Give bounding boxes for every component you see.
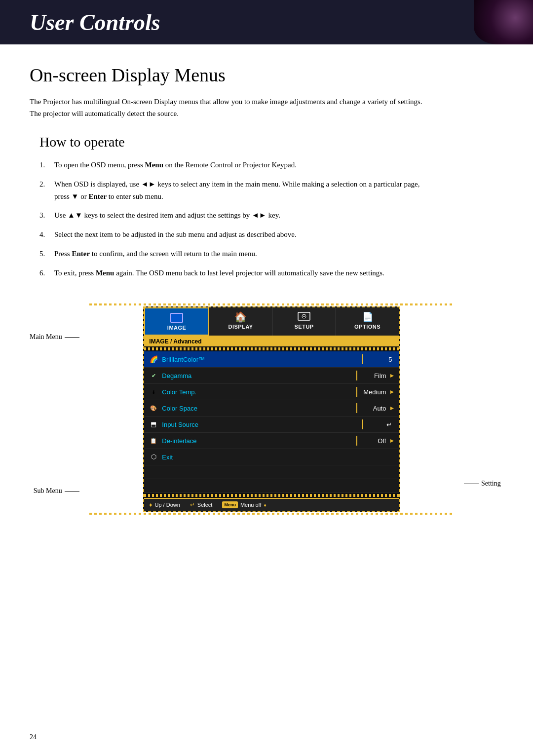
- osd-tab-bar: IMAGE 🏠 DISPLAY: [144, 307, 399, 337]
- options-tab-label: OPTIONS: [354, 324, 381, 330]
- osd-item-inputsource: ⬒ Input Source ↵: [144, 416, 399, 433]
- options-icon: 📄: [362, 311, 373, 322]
- step-5-text: Press Enter to confirm, and the screen w…: [54, 248, 434, 260]
- setting-line: [464, 484, 479, 484]
- step-5-num: 5.: [39, 248, 50, 260]
- image-icon: [170, 313, 183, 323]
- display-tab-icon: 🏠: [234, 311, 248, 322]
- osd-menu: IMAGE 🏠 DISPLAY: [143, 306, 400, 512]
- osd-nav-select: ↵ Select: [190, 501, 213, 508]
- osd-item-exit: ⬡ Exit: [144, 449, 399, 465]
- osd-dashed-top: [89, 303, 454, 305]
- exit-label: Exit: [162, 454, 395, 461]
- page-number: 24: [30, 733, 37, 741]
- osd-submenu-header: IMAGE / Advanced: [144, 337, 399, 346]
- step-3: 3. Use ▲▼ keys to select the desired ite…: [39, 209, 434, 222]
- osd-dot-separator-bottom: [144, 494, 399, 497]
- header-lens-decoration: [474, 0, 533, 44]
- diagram-left-labels: Main Menu Sub Menu: [30, 303, 79, 515]
- svg-point-2: [304, 316, 305, 317]
- updown-label: Up / Down: [154, 502, 180, 508]
- item-separator-5: [362, 419, 363, 429]
- osd-item-degamma: ✔ Degamma Film ►: [144, 368, 399, 384]
- updown-icon: ♦: [149, 501, 152, 508]
- osd-item-deinterlace: 📋 De-interlace Off ►: [144, 433, 399, 449]
- colortemp-label: Color Temp.: [162, 388, 352, 396]
- select-icon: ↵: [190, 501, 195, 508]
- osd-dot-separator-top: [144, 347, 399, 350]
- subsection-title: How to operate: [30, 134, 503, 150]
- step-6-num: 6.: [39, 267, 50, 279]
- inputsource-icon: ⬒: [148, 419, 159, 430]
- inputsource-value: ↵: [367, 421, 392, 428]
- osd-item-empty-2: [144, 479, 399, 493]
- brilliantcolor-icon: 🌈: [148, 354, 159, 365]
- colorspace-arrow: ►: [389, 405, 395, 412]
- diagram-right-labels: Setting: [464, 303, 503, 515]
- osd-nav-menuoff: Menu Menu off ♦: [222, 501, 266, 508]
- display-icon: 🏠: [234, 311, 247, 323]
- deinterlace-icon: 📋: [148, 435, 159, 446]
- step-1: 1. To open the OSD menu, press Menu on t…: [39, 159, 434, 171]
- item-separator-2: [356, 371, 357, 380]
- colortemp-icon: 🌡: [148, 386, 159, 397]
- main-menu-line: [65, 337, 79, 338]
- osd-tab-setup: SETUP: [272, 307, 336, 336]
- setup-icon: [298, 312, 310, 322]
- page-title: On-screen Display Menus: [30, 64, 503, 86]
- degamma-icon: ✔: [148, 370, 159, 381]
- main-menu-label: Main Menu: [30, 333, 62, 341]
- header-bar: User Controls: [0, 0, 533, 44]
- menu-btn: Menu: [222, 501, 238, 508]
- step-4-text: Select the next item to be adjusted in t…: [54, 228, 434, 241]
- step-3-num: 3.: [39, 209, 50, 222]
- osd-bottom-bar: ♦ Up / Down ↵ Select Menu Menu off ♦: [144, 498, 399, 511]
- setup-tab-icon: [297, 311, 311, 322]
- sub-menu-label-container: Sub Menu: [34, 487, 79, 495]
- osd-item-colortemp: 🌡 Color Temp. Medium ►: [144, 384, 399, 400]
- colorspace-label: Color Space: [162, 405, 352, 412]
- osd-item-brilliantcolor: 🌈 BrilliantColor™ 5: [144, 351, 399, 368]
- osd-diagram-wrapper: IMAGE 🏠 DISPLAY: [89, 303, 454, 515]
- step-6-text: To exit, press Menu again. The OSD menu …: [54, 267, 434, 279]
- step-5: 5. Press Enter to confirm, and the scree…: [39, 248, 434, 260]
- osd-item-empty-1: [144, 465, 399, 479]
- sub-menu-label: Sub Menu: [34, 487, 62, 495]
- colorspace-icon: 🎨: [148, 403, 159, 414]
- osd-dashed-bottom: [89, 513, 454, 515]
- step-4-num: 4.: [39, 228, 50, 241]
- deinterlace-label: De-interlace: [162, 437, 352, 445]
- colortemp-arrow: ►: [389, 388, 395, 396]
- main-menu-label-container: Main Menu: [30, 333, 79, 341]
- osd-tab-options: 📄 OPTIONS: [336, 307, 399, 336]
- menuoff-icon: ♦: [264, 502, 266, 508]
- step-2-text: When OSD is displayed, use ◄► keys to se…: [54, 178, 434, 203]
- item-separator-1: [362, 354, 363, 364]
- step-3-text: Use ▲▼ keys to select the desired item a…: [54, 209, 434, 222]
- deinterlace-value: Off: [361, 437, 386, 445]
- item-separator-6: [356, 436, 357, 446]
- step-6: 6. To exit, press Menu again. The OSD me…: [39, 267, 434, 279]
- step-1-num: 1.: [39, 159, 50, 171]
- step-1-text: To open the OSD menu, press Menu on the …: [54, 159, 434, 171]
- menuoff-label: Menu off: [240, 502, 262, 508]
- item-separator-4: [356, 403, 357, 413]
- degamma-label: Degamma: [162, 372, 352, 379]
- item-separator-3: [356, 387, 357, 397]
- display-tab-label: DISPLAY: [228, 324, 253, 330]
- deinterlace-arrow: ►: [389, 437, 395, 445]
- setup-tab-label: SETUP: [295, 324, 314, 330]
- sub-menu-line: [65, 491, 79, 491]
- degamma-arrow: ►: [389, 372, 395, 379]
- inputsource-label: Input Source: [162, 421, 358, 428]
- colortemp-value: Medium: [361, 388, 386, 396]
- step-2-num: 2.: [39, 178, 50, 203]
- osd-item-colorspace: 🎨 Color Space Auto ►: [144, 400, 399, 416]
- brilliantcolor-value: 5: [367, 356, 392, 363]
- page-section-title: User Controls: [0, 9, 160, 36]
- image-tab-icon: [170, 312, 184, 323]
- options-tab-icon: 📄: [361, 311, 375, 322]
- step-2: 2. When OSD is displayed, use ◄► keys to…: [39, 178, 434, 203]
- brilliantcolor-label: BrilliantColor™: [162, 356, 358, 363]
- image-tab-label: IMAGE: [167, 325, 187, 331]
